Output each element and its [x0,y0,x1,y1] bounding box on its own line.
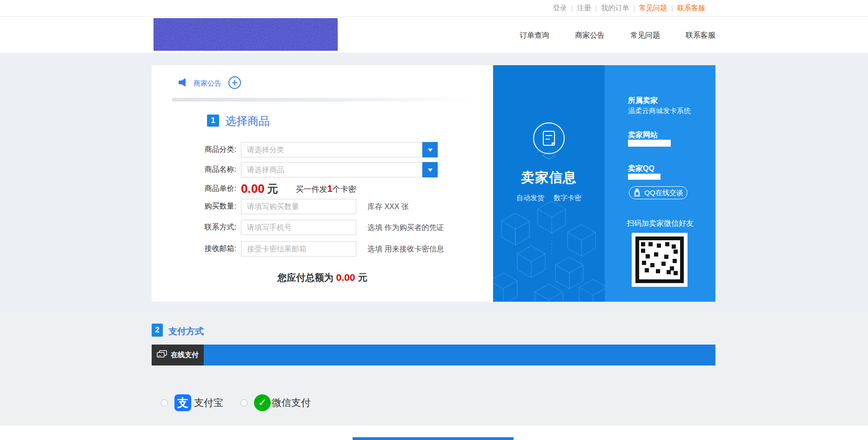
payment-method-alipay[interactable]: 支 支付宝 [161,393,223,412]
product-name-label: 商品名称: [152,165,241,175]
unit-price-note: 买一件发1个卡密 [296,183,356,195]
stock-hint: 库存 XXX 张 [367,199,409,214]
total-amount-row: 您应付总额为0.00元 [152,271,493,284]
topbar-link-contact-support[interactable]: 联系客服 [677,4,705,13]
wechat-label: 微信支付 [272,396,311,409]
unit-price-label: 商品单价: [152,184,241,194]
separator: | [571,4,573,12]
chevron-down-icon [428,149,433,154]
payment-method-wechat[interactable]: ✓ 微信支付 [240,393,311,412]
nav-item-faq[interactable]: 常见问题 [630,31,660,41]
contact-input[interactable] [241,220,356,235]
unit-price-unit: 元 [267,182,278,196]
qr-caption: 扫码加卖家微信好友 [605,219,715,229]
quantity-row: 购买数量: 库存 XXX 张 [152,199,493,214]
contact-label: 联系方式: [152,223,241,232]
step2-number-badge: 2 [152,324,163,337]
category-row: 商品分类: 请选择分类 [152,142,493,157]
payment-section-background [0,312,868,426]
seller-site-label: 卖家网站 [628,130,658,140]
contact-hint: 选填 作为购买者的凭证 [367,220,444,235]
announcement-bar: 商家公告 [178,75,241,91]
seller-panel-details: 所属卖家 温柔云商城发卡系统 卖家网站 卖家QQ QQ在线交谈 扫码加卖家微信好… [605,65,715,302]
alipay-label: 支付宝 [194,396,223,409]
contact-row: 联系方式: 选填 作为购买者的凭证 [152,220,493,235]
email-input[interactable] [241,241,356,257]
wechat-pay-icon: ✓ [254,394,271,411]
header: 订单查询 商家公告 常见问题 联系客服 [0,17,868,54]
seller-site-redacted-value [628,140,671,147]
seller-panel-title: 卖家信息 [493,169,605,187]
step2-title: 支付方式 [168,325,204,338]
alipay-icon: 支 [174,394,191,411]
product-name-row: 商品名称: 请选择商品 [152,162,493,177]
email-row: 接收邮箱: 选填 用来接收卡密信息 [152,241,493,257]
chevron-down-icon [428,169,433,174]
nav-item-merchant-notice[interactable]: 商家公告 [575,31,605,41]
topbar: 登录 | 注册 | 我的订单 | 常见问题 | 联系客服 [0,0,868,17]
alipay-radio[interactable] [161,399,168,406]
site-logo[interactable] [154,18,338,51]
online-payment-tab-label: 在线支付 [171,351,199,359]
wechat-qr-code [632,233,688,287]
seller-panel: 卖家信息 自动发货 数字卡密 所属卖家 温柔云商城发卡系统 卖家网站 卖家QQ … [493,65,715,302]
category-dropdown-button[interactable] [422,142,438,157]
nav-item-order-query[interactable]: 订单查询 [520,31,549,41]
online-payment-tab[interactable]: 在线支付 [152,345,204,366]
unit-price-value: 0.00 [241,182,265,196]
speaker-icon [178,78,187,89]
step1-title: 选择商品 [225,114,270,129]
seller-owner-value: 温柔云商城发卡系统 [628,107,691,115]
card-icon [157,350,167,360]
seller-qq-label: 卖家QQ [628,164,654,174]
seller-qq-redacted-value [628,174,661,180]
qq-chat-button[interactable]: QQ在线交谈 [629,186,688,199]
email-label: 接收邮箱: [152,244,241,254]
announcement-label: 商家公告 [194,79,221,88]
buy-button[interactable] [353,437,514,440]
topbar-link-register[interactable]: 注册 [577,4,591,13]
product-name-select[interactable]: 请选择商品 [241,162,422,177]
email-hint: 选填 用来接收卡密信息 [367,241,444,257]
total-amount: 0.00 [336,272,355,283]
quantity-label: 购买数量: [152,202,241,211]
seller-tag: 自动发货 [516,194,544,203]
total-prefix: 您应付总额为 [278,272,334,283]
seller-tags: 自动发货 数字卡密 [493,194,605,203]
total-unit: 元 [358,272,367,283]
step1-number-badge: 1 [207,115,219,127]
product-card: 商家公告 1 选择商品 商品分类: 请选择分类 商品名称: 请选择商品 商品单价… [152,65,493,302]
seller-tag: 数字卡密 [554,194,581,203]
seller-note-icon [532,122,566,157]
topbar-link-faq[interactable]: 常见问题 [639,4,667,13]
payment-tab-bar: 在线支付 [152,345,715,366]
separator: | [671,4,673,12]
category-select[interactable]: 请选择分类 [241,142,422,157]
topbar-link-my-orders[interactable]: 我的订单 [601,4,629,13]
product-name-dropdown-button[interactable] [422,162,438,177]
plus-circle-icon[interactable] [228,76,241,91]
topbar-link-login[interactable]: 登录 [553,4,567,13]
qq-penguin-icon [633,188,641,198]
wechat-radio[interactable] [240,399,247,406]
main-nav: 订单查询 商家公告 常见问题 联系客服 [520,17,715,54]
divider [172,98,474,102]
unit-price-row: 商品单价: 0.00 元 买一件发1个卡密 [152,181,493,196]
category-label: 商品分类: [152,145,241,155]
quantity-input[interactable] [241,199,356,214]
seller-panel-brand: 卖家信息 自动发货 数字卡密 [493,65,605,302]
seller-owner-label: 所属卖家 [628,96,658,106]
separator: | [595,4,597,12]
separator: | [633,4,635,12]
qq-chat-button-label: QQ在线交谈 [644,189,683,197]
nav-item-contact-support[interactable]: 联系客服 [686,31,715,41]
